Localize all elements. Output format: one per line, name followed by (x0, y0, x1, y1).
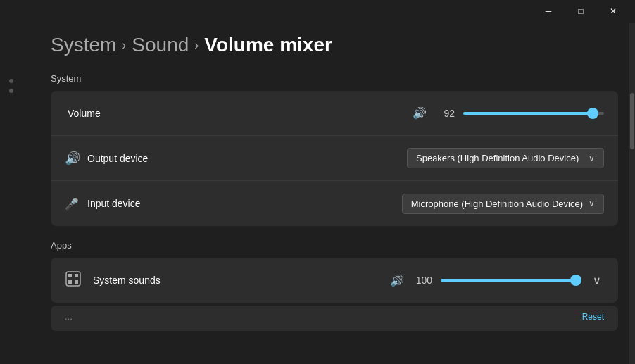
input-device-value: Microphone (High Definition Audio Device… (411, 199, 583, 209)
partial-row-content: ... Reset (51, 306, 618, 327)
scrollbar-thumb[interactable] (630, 93, 634, 149)
title-bar: ─ □ ✕ (0, 0, 635, 23)
volume-fill (463, 112, 593, 115)
output-device-row: 🔊 Output device Speakers (High Definitio… (51, 136, 618, 181)
system-sounds-label: System sounds (93, 275, 390, 286)
volume-row: Volume 🔊 92 (51, 91, 618, 136)
volume-speaker-icon: 🔊 (413, 106, 427, 120)
breadcrumb: System › Sound › Volume mixer (51, 34, 618, 56)
volume-label: Volume (68, 108, 413, 119)
apps-section-label: Apps (51, 240, 618, 251)
output-device-controls: Speakers (High Definition Audio Device) … (407, 148, 604, 168)
sidebar (0, 23, 23, 364)
svg-rect-3 (68, 280, 72, 284)
output-device-label: Output device (87, 153, 407, 164)
system-sounds-expand-button[interactable]: ∨ (590, 271, 604, 290)
maximize-button[interactable]: □ (565, 0, 597, 23)
system-sounds-track[interactable] (441, 279, 581, 282)
input-device-controls: Microphone (High Definition Audio Device… (402, 194, 604, 214)
system-sounds-icon (65, 270, 90, 291)
system-sounds-slider-container (441, 273, 581, 287)
system-card: Volume 🔊 92 🔊 (51, 91, 618, 226)
input-chevron-icon: ∨ (589, 199, 595, 208)
svg-rect-2 (75, 274, 78, 277)
apps-section: Apps System sounds (51, 240, 618, 331)
apps-card: System sounds 🔊 100 ∨ (51, 258, 618, 303)
system-sounds-controls: 🔊 100 ∨ (390, 271, 604, 290)
volume-slider-container (463, 106, 604, 120)
sidebar-dot-2 (9, 89, 13, 93)
volume-controls: 🔊 92 (413, 106, 604, 120)
volume-thumb[interactable] (587, 108, 598, 119)
breadcrumb-sound[interactable]: Sound (132, 34, 189, 56)
system-section-label: System (51, 73, 618, 84)
system-sounds-row: System sounds 🔊 100 ∨ (51, 258, 618, 303)
minimize-button[interactable]: ─ (532, 0, 565, 23)
sidebar-dot-1 (9, 79, 13, 83)
system-sounds-thumb[interactable] (570, 275, 581, 286)
main-content: System › Sound › Volume mixer System Vol… (23, 23, 635, 342)
volume-value: 92 (435, 108, 455, 119)
output-device-value: Speakers (High Definition Audio Device) (416, 153, 579, 163)
close-button[interactable]: ✕ (597, 0, 629, 23)
mic-icon: 🎤 (65, 197, 84, 211)
breadcrumb-current: Volume mixer (204, 34, 332, 56)
input-device-label: Input device (87, 198, 402, 209)
output-icon: 🔊 (65, 151, 84, 166)
partial-row-hint: ... (65, 311, 582, 322)
partial-app-row: ... Reset (51, 306, 618, 331)
input-device-row: 🎤 Input device Microphone (High Definiti… (51, 181, 618, 226)
system-sounds-value: 100 (413, 275, 432, 286)
volume-track[interactable] (463, 112, 604, 115)
system-sounds-fill (441, 279, 581, 282)
output-chevron-icon: ∨ (589, 153, 595, 163)
breadcrumb-sep-2: › (194, 38, 199, 53)
svg-rect-4 (75, 280, 78, 284)
input-device-dropdown[interactable]: Microphone (High Definition Audio Device… (402, 194, 604, 214)
window: ─ □ ✕ System › Sound › Volume mixer Syst… (0, 0, 635, 364)
svg-rect-1 (68, 274, 72, 277)
partial-row-right: Reset (582, 312, 604, 322)
output-device-dropdown[interactable]: Speakers (High Definition Audio Device) … (407, 148, 604, 168)
breadcrumb-sep-1: › (122, 38, 126, 53)
scrollbar[interactable] (629, 23, 635, 364)
breadcrumb-system[interactable]: System (51, 34, 116, 56)
system-sounds-speaker-icon: 🔊 (390, 274, 404, 287)
